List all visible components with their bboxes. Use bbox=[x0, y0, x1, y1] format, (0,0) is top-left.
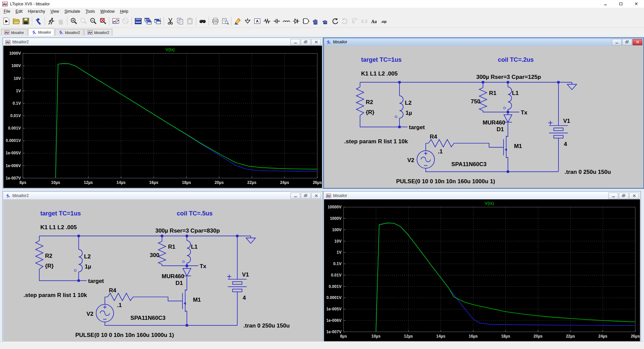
minimize-button[interactable] bbox=[608, 193, 618, 199]
toolbar-print-button[interactable] bbox=[210, 16, 220, 26]
restore-button[interactable] bbox=[622, 39, 632, 45]
tx-label[interactable]: Tx bbox=[200, 263, 206, 269]
menu-simulate[interactable]: Simulate bbox=[62, 8, 83, 14]
toolbar-halt-button[interactable] bbox=[46, 16, 56, 26]
l2-value[interactable]: 1µ bbox=[85, 263, 91, 270]
trace-label[interactable]: V(tx) bbox=[485, 201, 494, 206]
pulse-directive[interactable]: PULSE(0 10 0 10n 10n 160u 1000u 1) bbox=[396, 178, 495, 185]
restore-button[interactable] bbox=[301, 193, 311, 199]
inductor-L2[interactable] bbox=[399, 96, 403, 118]
wire[interactable] bbox=[162, 264, 187, 266]
v1-value[interactable]: 4 bbox=[564, 141, 567, 147]
step-directive[interactable]: .step param R list 1 10k bbox=[344, 138, 408, 145]
window-titlebar[interactable]: bbsailor2 bbox=[3, 192, 322, 199]
battery-V1[interactable] bbox=[232, 289, 242, 292]
minimize-button[interactable] bbox=[290, 39, 300, 45]
close-button[interactable] bbox=[311, 39, 321, 45]
toolbar-move-button[interactable] bbox=[311, 16, 320, 26]
r4-value[interactable]: .1 bbox=[438, 148, 443, 155]
menu-file[interactable]: File bbox=[1, 8, 13, 14]
close-button[interactable] bbox=[633, 39, 642, 45]
r2-value[interactable]: {R} bbox=[366, 109, 375, 115]
battery-V1[interactable] bbox=[554, 136, 563, 138]
toolbar-plot-settings-button[interactable] bbox=[111, 16, 120, 26]
toolbar-save-button[interactable] bbox=[21, 16, 31, 26]
d1-name[interactable]: D1 bbox=[175, 280, 183, 286]
r4-name[interactable]: R4 bbox=[430, 134, 437, 140]
toolbar-find-button[interactable] bbox=[198, 16, 207, 26]
toolbar-diode-button[interactable] bbox=[291, 16, 301, 26]
menu-view[interactable]: View bbox=[48, 8, 62, 14]
toolbar-copy-button[interactable] bbox=[175, 16, 185, 26]
schematic-pane[interactable]: target TC=1uscoil TC=.2usK1 L1 L2 .00530… bbox=[324, 46, 643, 188]
minimize-button[interactable] bbox=[290, 193, 300, 199]
restore-button[interactable] bbox=[619, 193, 629, 199]
menu-window[interactable]: Window bbox=[98, 8, 117, 14]
tran-directive[interactable]: .tran 0 250u 150u bbox=[565, 169, 611, 175]
d1-model[interactable]: MUR460 bbox=[483, 119, 505, 126]
wire[interactable] bbox=[506, 157, 508, 171]
resistor-R2[interactable] bbox=[356, 87, 364, 115]
toolbar-zoom-undo-button[interactable] bbox=[98, 16, 108, 26]
close-button[interactable] bbox=[311, 193, 321, 199]
target-label[interactable]: target bbox=[88, 278, 104, 284]
d1-name[interactable]: D1 bbox=[496, 126, 504, 133]
toolbar-component-button[interactable] bbox=[301, 16, 311, 26]
menu-tools[interactable]: Tools bbox=[83, 8, 98, 14]
toolbar-open-button[interactable] bbox=[11, 16, 21, 26]
restore-button[interactable] bbox=[301, 39, 311, 45]
menu-help[interactable]: Help bbox=[117, 8, 131, 14]
r2-name[interactable]: R2 bbox=[45, 253, 52, 259]
tran-directive[interactable]: .tran 0 250u 150u bbox=[244, 322, 290, 329]
coupling[interactable]: K1 L1 L2 .005 bbox=[40, 224, 77, 231]
waveform-plot[interactable]: 1000V100V10V1V0.1V0.01V0.001V0.0001V1e-0… bbox=[3, 46, 322, 188]
app-titlebar[interactable]: LTspice XVII - bbsailor bbox=[0, 0, 644, 8]
l2-value[interactable]: 1µ bbox=[406, 110, 412, 116]
r2-name[interactable]: R2 bbox=[366, 99, 373, 105]
r1-value[interactable]: 300 bbox=[150, 252, 159, 258]
toolbar-wire-button[interactable] bbox=[233, 16, 243, 26]
toolbar-zoom-in-button[interactable] bbox=[69, 16, 78, 26]
v2-name[interactable]: V2 bbox=[407, 157, 414, 163]
toolbar-inductor-button[interactable] bbox=[281, 16, 291, 26]
r1-name[interactable]: R1 bbox=[168, 244, 175, 250]
coupling[interactable]: K1 L1 L2 .005 bbox=[361, 70, 398, 77]
header-right[interactable]: coil TC=.2us bbox=[498, 56, 534, 63]
wire[interactable] bbox=[105, 322, 237, 325]
ground-symbol[interactable] bbox=[567, 82, 577, 90]
toolbar-label-button[interactable]: A bbox=[252, 16, 262, 26]
toolbar-text-button[interactable]: Aa bbox=[369, 16, 379, 26]
header-left[interactable]: target TC=1us bbox=[40, 210, 81, 217]
battery-V1[interactable] bbox=[554, 128, 563, 131]
tab-bbsailor-waveform[interactable]: bbsailor bbox=[1, 29, 28, 36]
ground-symbol[interactable] bbox=[246, 236, 256, 243]
tab-bbsailor2-schematic[interactable]: bbsailor2 bbox=[55, 29, 84, 36]
r1-name[interactable]: R1 bbox=[489, 90, 496, 96]
close-button[interactable] bbox=[629, 193, 639, 199]
resistor-R1[interactable] bbox=[158, 241, 166, 264]
resistor-R4[interactable] bbox=[426, 140, 456, 147]
resistor-R1[interactable] bbox=[479, 88, 487, 111]
menu-edit[interactable]: Edit bbox=[13, 8, 25, 14]
target-label[interactable]: target bbox=[409, 124, 425, 131]
waveform-pane[interactable]: 10000V1000V100V10V1V0.1V0.01V0.001V0.000… bbox=[324, 199, 640, 342]
r4-name[interactable]: R4 bbox=[109, 287, 116, 294]
wire[interactable] bbox=[185, 311, 187, 325]
l2-name[interactable]: L2 bbox=[84, 253, 91, 260]
m1-model[interactable]: SPA11N60C3 bbox=[130, 315, 166, 321]
close-button[interactable] bbox=[629, 0, 644, 8]
toolbar-cascade-windows-button[interactable] bbox=[143, 16, 153, 26]
schematic-canvas[interactable]: target TC=1uscoil TC=.5usK1 L1 L2 .00530… bbox=[3, 199, 322, 342]
r4-value[interactable]: .1 bbox=[117, 302, 122, 308]
toolbar-run-button[interactable] bbox=[1, 16, 11, 26]
toolbar-drag-button[interactable] bbox=[320, 16, 330, 26]
v1-value[interactable]: 4 bbox=[243, 295, 246, 301]
waveform-pane[interactable]: 1000V100V10V1V0.1V0.01V0.001V0.0001V1e-0… bbox=[3, 46, 322, 188]
wire[interactable] bbox=[135, 297, 182, 301]
l2-name[interactable]: L2 bbox=[405, 100, 412, 106]
schematic-canvas[interactable]: target TC=1uscoil TC=.2usK1 L1 L2 .00530… bbox=[324, 46, 643, 188]
l1-name[interactable]: L1 bbox=[191, 244, 198, 250]
schematic-pane[interactable]: target TC=1uscoil TC=.5usK1 L1 L2 .00530… bbox=[3, 199, 322, 342]
toolbar-overlap-windows-button[interactable] bbox=[153, 16, 162, 26]
v1-name[interactable]: V1 bbox=[563, 118, 570, 124]
